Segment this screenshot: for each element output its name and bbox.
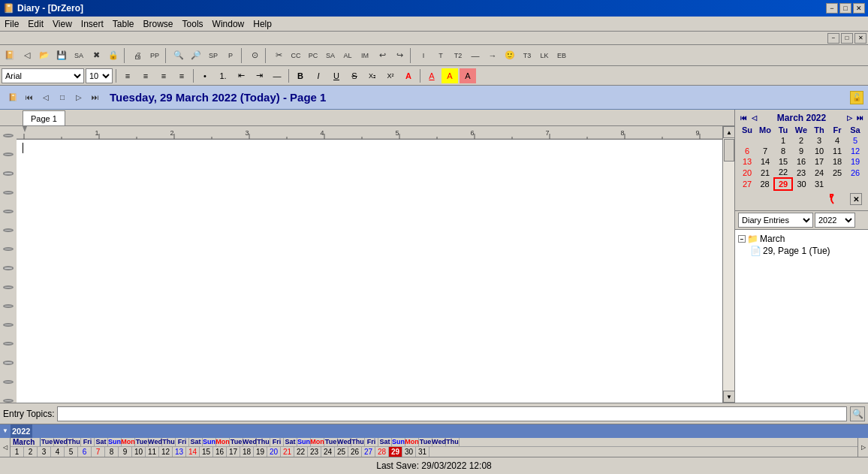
img-btn[interactable]: IM [357, 47, 373, 64]
tl-day-num[interactable]: 28 [375, 447, 389, 457]
cal-clear-btn[interactable]: ✕ [850, 193, 862, 205]
tl-day-num[interactable]: 22 [294, 447, 308, 457]
tl-day-num[interactable]: 27 [362, 447, 375, 457]
cal-day[interactable]: 9 [792, 146, 810, 156]
tl-day-num[interactable]: 18 [240, 447, 254, 457]
img2-btn[interactable]: I [415, 47, 432, 64]
entry-search-btn[interactable]: 🔍 [850, 406, 865, 421]
tl-year-2022[interactable]: 2022 [11, 424, 32, 438]
tl-day-num[interactable]: 20 [267, 447, 281, 457]
cal-day[interactable]: 31 [810, 178, 828, 190]
italic-btn[interactable]: I [310, 68, 327, 83]
tree-item-march[interactable]: − 📁 March [738, 233, 865, 245]
back-btn[interactable]: ◁ [19, 47, 35, 64]
scroll-thumb[interactable] [724, 139, 734, 162]
superscript-btn[interactable]: X² [382, 68, 399, 83]
print-btn[interactable]: 🖨 [129, 47, 146, 64]
mdi-restore-button[interactable]: □ [841, 33, 853, 44]
saveas-btn[interactable]: SA [71, 47, 87, 64]
tl-day-num[interactable]: 9 [119, 447, 132, 457]
subscript-btn[interactable]: X₂ [364, 68, 381, 83]
scroll-down-btn[interactable]: ▼ [723, 391, 734, 403]
cal-next-btn[interactable]: ▷ [844, 113, 854, 123]
mdi-minimize-button[interactable]: − [827, 33, 839, 44]
tl-day-num[interactable]: 13 [173, 447, 186, 457]
align-left-btn[interactable]: ≡ [119, 68, 136, 83]
writing-area[interactable] [17, 140, 722, 403]
num-list-btn[interactable]: 1. [215, 68, 231, 83]
tl-day-num[interactable]: 21 [281, 447, 294, 457]
align-justify-btn[interactable]: ≡ [173, 68, 190, 83]
strike-btn[interactable]: S [346, 68, 363, 83]
menu-browse[interactable]: Browse [139, 17, 178, 31]
tl-day-num[interactable]: 17 [227, 447, 240, 457]
bullet-list-btn[interactable]: • [197, 68, 213, 83]
tl-scroll-left[interactable]: ◁ [0, 438, 11, 457]
tl-day-num[interactable]: 19 [254, 447, 267, 457]
menu-file[interactable]: File [0, 17, 23, 31]
cal-day[interactable]: 30 [792, 178, 810, 190]
cal-day[interactable]: 2 [792, 135, 810, 146]
cal-day[interactable]: 14 [756, 156, 774, 167]
close-button[interactable]: ✕ [853, 3, 865, 14]
cal-day[interactable]: 23 [792, 167, 810, 178]
cal-day[interactable]: 18 [828, 156, 846, 167]
bold-btn[interactable]: B [292, 68, 309, 83]
tbl2-btn[interactable]: T2 [450, 47, 466, 64]
cal-day[interactable]: 19 [846, 156, 864, 167]
tl-day-num[interactable]: 29 [389, 447, 402, 457]
menu-help[interactable]: Help [249, 17, 276, 31]
tl-day-num[interactable]: 6 [78, 447, 92, 457]
tree-item-entry[interactable]: 📄 29, Page 1 (Tue) [738, 245, 865, 257]
scroll-track[interactable] [723, 138, 734, 391]
arrow-btn[interactable]: → [484, 47, 501, 64]
select-btn[interactable]: SA [322, 47, 339, 64]
maximize-button[interactable]: □ [839, 3, 851, 14]
indent-btn[interactable]: ⇥ [251, 68, 267, 83]
table3-btn[interactable]: T3 [519, 47, 535, 64]
cal-day[interactable]: 7 [756, 146, 774, 156]
tl-day-num[interactable]: 15 [200, 447, 213, 457]
spell-btn[interactable]: SP [205, 47, 222, 64]
tl-day-num[interactable]: 30 [402, 447, 416, 457]
nav-prev-btn[interactable]: ◁ [38, 89, 54, 106]
size-select[interactable]: 10 [86, 68, 113, 83]
cal-day[interactable]: 3 [810, 135, 828, 146]
cal-day[interactable]: 11 [828, 146, 846, 156]
tl-scroll-right[interactable]: ▷ [857, 438, 868, 457]
font-select[interactable]: Arial [2, 68, 84, 83]
new-diary-btn[interactable]: 📔 [2, 47, 18, 64]
cal-day[interactable]: 22 [774, 167, 792, 178]
cal-day[interactable]: 15 [774, 156, 792, 167]
redo-btn[interactable]: ↪ [391, 47, 408, 64]
tl-day-num[interactable]: 1 [11, 447, 24, 457]
link-btn[interactable]: LK [536, 47, 553, 64]
tl-day-num[interactable]: 3 [38, 447, 51, 457]
tl-day-num[interactable]: 12 [159, 447, 173, 457]
tl-day-num[interactable]: 14 [186, 447, 200, 457]
mdi-close-button[interactable]: ✕ [854, 33, 866, 44]
menu-view[interactable]: View [48, 17, 77, 31]
tl-day-num[interactable]: 24 [321, 447, 335, 457]
cal-day[interactable]: 4 [828, 135, 846, 146]
find-btn[interactable]: 🔍 [170, 47, 187, 64]
find2-btn[interactable]: 🔎 [188, 47, 204, 64]
highlight-btn[interactable]: A [442, 68, 458, 83]
undo-btn[interactable]: ↩ [374, 47, 390, 64]
nav-page-btn[interactable]: □ [54, 89, 71, 106]
cal-day[interactable]: 10 [810, 146, 828, 156]
cal-day[interactable]: 27 [738, 178, 756, 190]
tl-day-num[interactable]: 31 [416, 447, 429, 457]
tl-day-num[interactable]: 25 [335, 447, 348, 457]
cut-btn[interactable]: ✂ [270, 47, 287, 64]
cal-day[interactable]: 5 [846, 135, 864, 146]
tbl-btn[interactable]: T [432, 47, 449, 64]
lock-btn[interactable]: 🔒 [105, 47, 122, 64]
cal-day[interactable]: 17 [810, 156, 828, 167]
underline-btn[interactable]: U [328, 68, 345, 83]
tl-day-num[interactable]: 7 [92, 447, 105, 457]
nav-last-btn[interactable]: ⏭ [87, 89, 104, 106]
menu-edit[interactable]: Edit [23, 17, 48, 31]
tl-day-num[interactable]: 23 [308, 447, 321, 457]
cal-prev-btn[interactable]: ◁ [749, 113, 759, 123]
